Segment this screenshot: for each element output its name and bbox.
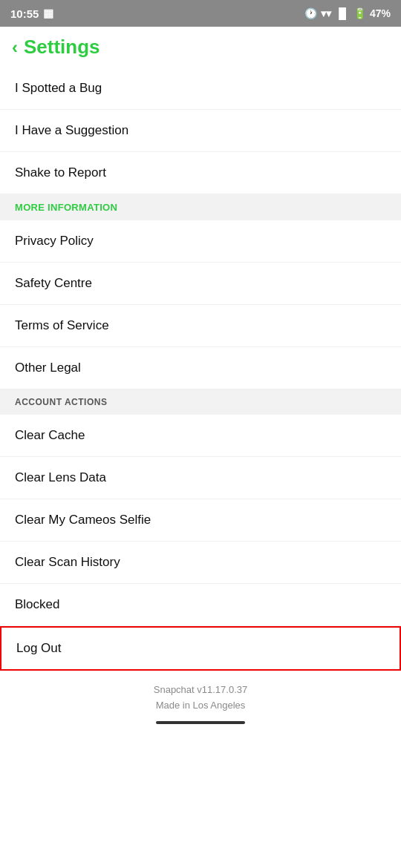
page-header: ‹ Settings: [0, 27, 401, 68]
battery-icon: 🔋: [353, 7, 366, 19]
status-bar: 10:55 ▦ 🕐 ▾▾ ▐▌ 🔋 47%: [0, 0, 401, 27]
alarm-icon: 🕐: [304, 7, 317, 19]
account-actions-header: ACCOUNT ACTIONS: [0, 389, 401, 415]
log-out-button[interactable]: Log Out: [0, 626, 401, 671]
home-indicator: [156, 721, 245, 724]
status-icons: 🕐 ▾▾ ▐▌ 🔋 47%: [304, 7, 391, 19]
calendar-icon: ▦: [43, 7, 53, 20]
clear-lens-data-item[interactable]: Clear Lens Data: [0, 457, 401, 499]
status-time: 10:55: [10, 7, 39, 20]
location-text: Made in Los Angeles: [0, 698, 401, 714]
other-legal-item[interactable]: Other Legal: [0, 347, 401, 389]
shake-to-report-item[interactable]: Shake to Report: [0, 152, 401, 194]
signal-icon: ▐▌: [335, 7, 350, 19]
version-text: Snapchat v11.17.0.37: [0, 683, 401, 698]
safety-centre-item[interactable]: Safety Centre: [0, 263, 401, 305]
footer: Snapchat v11.17.0.37 Made in Los Angeles: [0, 671, 401, 730]
clear-cameos-item[interactable]: Clear My Cameos Selfie: [0, 499, 401, 542]
spotted-bug-item[interactable]: I Spotted a Bug: [0, 68, 401, 110]
page-title: Settings: [24, 36, 100, 59]
settings-list: I Spotted a Bug I Have a Suggestion Shak…: [0, 68, 401, 671]
status-time-area: 10:55 ▦: [10, 7, 53, 20]
more-information-header: MORE INFORMATION: [0, 194, 401, 220]
clear-scan-item[interactable]: Clear Scan History: [0, 542, 401, 584]
terms-of-service-item[interactable]: Terms of Service: [0, 305, 401, 347]
wifi-icon: ▾▾: [321, 7, 331, 19]
back-button[interactable]: ‹: [12, 37, 18, 58]
battery-percentage: 47%: [370, 7, 391, 19]
blocked-item[interactable]: Blocked: [0, 584, 401, 626]
clear-cache-item[interactable]: Clear Cache: [0, 415, 401, 457]
privacy-policy-item[interactable]: Privacy Policy: [0, 220, 401, 263]
suggestion-item[interactable]: I Have a Suggestion: [0, 110, 401, 152]
